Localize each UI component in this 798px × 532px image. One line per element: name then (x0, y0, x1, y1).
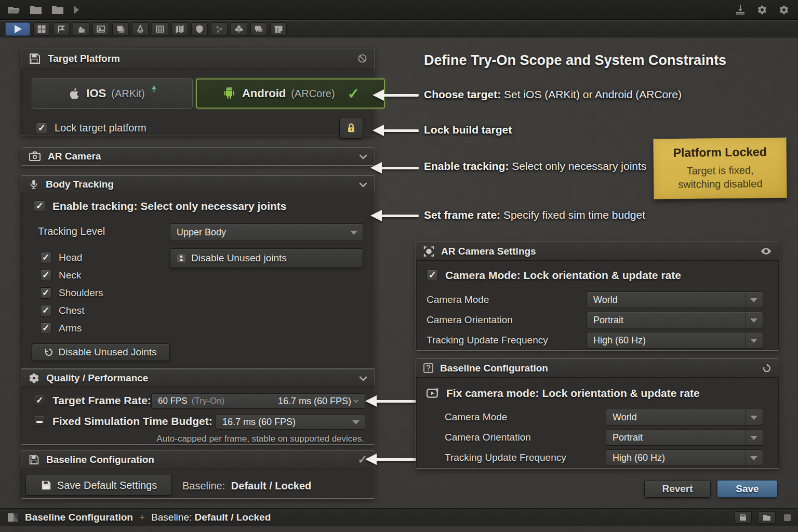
sim-budget-dropdown[interactable]: 16.7 ms (60 FPS) (216, 414, 365, 430)
tracking-level-dropdown[interactable]: Upper Body (170, 223, 363, 241)
baseline-status-label: Baseline: (182, 480, 225, 491)
check-icon: ✓ (348, 85, 360, 102)
node-tool-button[interactable] (211, 22, 228, 36)
body-tracking-header[interactable]: Body Tracking (21, 176, 375, 193)
camera-orientation-dropdown[interactable]: Portrait (606, 429, 763, 446)
annotation-prefix: Set frame rate: (424, 209, 500, 221)
chevron-down-icon (359, 179, 367, 190)
resize-handle[interactable] (784, 514, 791, 521)
dropdown-caret-icon (353, 400, 358, 403)
target-platform-header[interactable]: Target Platform (21, 48, 375, 69)
prohibit-icon[interactable] (357, 54, 367, 63)
camera-mode-dropdown[interactable]: World (606, 409, 763, 425)
panel-title: AR Camera Settings (441, 246, 536, 257)
photo-tool-button[interactable] (92, 22, 109, 36)
baseline-config-panel: Baseline Configuration Fix camera mode: … (416, 358, 779, 469)
frame-tool-button[interactable] (152, 22, 168, 36)
folder-icon[interactable] (51, 4, 64, 16)
target-platform-panel: Target Platform IOS (ARKit) Android (ARC… (21, 48, 375, 136)
joint-label: Head (59, 252, 82, 263)
sticky-note-line: switching disabled (659, 177, 781, 191)
camera-icon (29, 151, 41, 162)
refresh-icon[interactable] (762, 364, 772, 373)
camera-mode-lock-checkbox[interactable] (427, 270, 438, 281)
frame-rate-value: 60 FPS (158, 396, 188, 406)
dropdown-value: Upper Body (177, 227, 226, 238)
play-tool-button[interactable] (5, 22, 30, 36)
download-icon[interactable] (734, 4, 747, 16)
tracking-frequency-dropdown[interactable]: High (60 Hz) (606, 449, 763, 466)
tracking-frequency-dropdown[interactable]: High (60 Hz) (587, 332, 763, 349)
gear-icon[interactable] (755, 4, 769, 16)
annotation-rest: Select only necessary joints (509, 160, 646, 172)
grid-tool-button[interactable] (33, 22, 50, 36)
app-window: Target Platform IOS (ARKit) Android (ARC… (0, 0, 798, 532)
dropdown-caret-icon (352, 420, 360, 424)
disable-unused-joints-small-button[interactable]: Disable Unused joints (170, 248, 363, 268)
enable-tracking-checkbox[interactable] (34, 201, 45, 212)
box-icon[interactable] (734, 511, 752, 524)
status-baseline-label: Baseline: (151, 512, 192, 523)
frame-rate-checkbox[interactable] (34, 395, 45, 406)
annotation-label: Set frame rate: Specify fixed sim time b… (424, 209, 645, 221)
lock-platform-label: Lock target platform (55, 122, 147, 134)
platform-name: Android (242, 87, 286, 100)
chevron-right-icon[interactable] (73, 4, 80, 16)
joint-row-neck: Neck (40, 270, 81, 281)
panel-title: Quality / Performance (46, 373, 148, 384)
chevron-down-icon (359, 373, 367, 384)
camera-orientation-dropdown[interactable]: Portrait (587, 312, 763, 328)
ar-camera-panel: AR Camera (21, 147, 375, 166)
joint-checkbox[interactable] (40, 270, 51, 281)
lock-button[interactable] (339, 118, 363, 139)
table-tool-button[interactable] (270, 22, 287, 36)
divider (34, 219, 364, 219)
ar-camera-header[interactable]: AR Camera (21, 148, 375, 165)
sim-budget-checkbox[interactable] (34, 416, 45, 427)
joint-checkbox[interactable] (40, 287, 51, 299)
map-tool-button[interactable] (171, 22, 188, 36)
joint-checkbox[interactable] (40, 305, 51, 316)
panel-icon (7, 513, 19, 522)
status-bar: Baseline Configuration + Baseline: Defau… (0, 508, 798, 526)
folder-icon[interactable] (758, 511, 776, 524)
setting-label: Camera Mode (445, 411, 507, 423)
baseline-config-header[interactable]: Baseline Configuration (416, 359, 779, 378)
joint-checkbox[interactable] (40, 252, 51, 263)
clover-tool-button[interactable] (231, 22, 247, 36)
frame-rate-tag: (Try-On) (192, 396, 225, 406)
dropdown-caret-icon (750, 456, 757, 460)
revert-button[interactable]: Revert (644, 480, 711, 498)
gear-icon[interactable] (777, 4, 791, 16)
baseline-left-header[interactable]: Baseline Configuration ✓ (21, 450, 375, 469)
joint-checkbox[interactable] (40, 323, 51, 334)
body-tracking-panel: Body Tracking Enable tracking: Select on… (21, 175, 375, 369)
open-folder-icon[interactable] (7, 4, 21, 16)
annotation-label: Enable tracking: Select only necessary j… (424, 160, 646, 172)
frame-rate-dropdown[interactable]: 60 FPS (Try-On) 16.7 ms (60 FPS) (151, 393, 365, 409)
ios-platform-button[interactable]: IOS (ARKit) (32, 78, 193, 109)
platform-name: IOS (86, 87, 106, 100)
hand-tool-button[interactable] (73, 22, 89, 36)
sticky-note-line: Target is fixed, (659, 163, 781, 178)
eye-icon[interactable] (761, 247, 772, 255)
button-label: Save (736, 483, 759, 495)
save-default-settings-button[interactable]: Save Default Settings (25, 475, 172, 496)
flag-tool-button[interactable] (53, 22, 70, 36)
shield-tool-button[interactable] (191, 22, 208, 36)
lamp-tool-button[interactable] (132, 22, 149, 36)
save-button[interactable]: Save (717, 480, 778, 498)
disable-unused-joints-button[interactable]: Disable Unused Joints (32, 343, 170, 361)
button-label: Revert (662, 483, 693, 495)
dropdown-value: Portrait (593, 315, 623, 326)
chat-tool-button[interactable] (250, 22, 267, 36)
baseline-status: Baseline: Default / Locked (182, 480, 311, 492)
folder-icon[interactable] (29, 4, 43, 16)
quality-header[interactable]: Quality / Performance (21, 369, 375, 387)
layers-tool-button[interactable] (112, 22, 129, 36)
lock-platform-checkbox[interactable] (36, 123, 47, 134)
annotation-prefix: Lock build target (424, 124, 512, 136)
camera-mode-dropdown[interactable]: World (587, 291, 763, 308)
android-platform-button[interactable]: Android (ARCore) ✓ (196, 78, 385, 109)
ar-camera-settings-header[interactable]: AR Camera Settings (416, 242, 779, 261)
